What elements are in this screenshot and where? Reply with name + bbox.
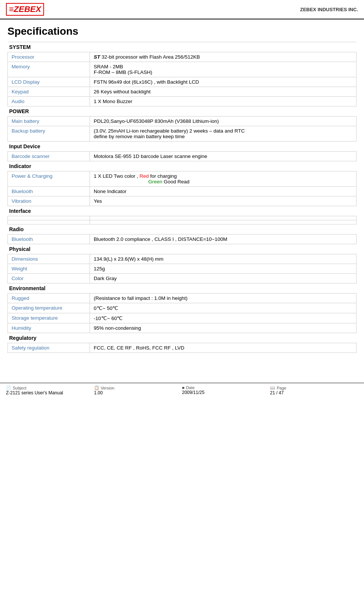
row-value: 1 X Mono Buzzer xyxy=(90,97,357,106)
section-header: Regulatory xyxy=(8,333,357,343)
table-row: Rugged(Resistance to fall impact : 1.0M … xyxy=(8,294,357,303)
row-label xyxy=(8,216,90,220)
section-header: Environmental xyxy=(8,283,357,294)
row-value: SRAM - 2MBF-ROM – 8MB (S-FLASH) xyxy=(90,62,357,77)
footer-page: 📖 Page 21 / 47 xyxy=(270,385,358,395)
row-value: 134.9(L) x 23.6(W) x 48(H) mm xyxy=(90,254,357,264)
row-value: Yes xyxy=(90,196,357,206)
row-label: Operating temperature xyxy=(8,303,90,313)
date-value: 2009/11/25 xyxy=(182,390,270,395)
version-value: 1.00 xyxy=(94,390,182,395)
row-label: Audio xyxy=(8,97,90,106)
row-label: Memory xyxy=(8,62,90,77)
table-row: MemorySRAM - 2MBF-ROM – 8MB (S-FLASH) xyxy=(8,62,357,77)
table-row: Storage temperature-10℃~ 60℃ xyxy=(8,313,357,323)
table-row: Backup battery(3.0V, 25mAH Li-ion rechar… xyxy=(8,126,357,142)
row-value: Motolora SE-955 1D barcode Laser scanne … xyxy=(90,152,357,161)
subject-icon: 📄 xyxy=(6,385,11,390)
header: ≡ZEBEX ZEBEX INDUSTRIES INC. xyxy=(0,0,364,19)
table-row: Weight125g xyxy=(8,264,357,274)
row-value: (Resistance to fall impact : 1.0M in hei… xyxy=(90,294,357,303)
row-label: Rugged xyxy=(8,294,90,303)
table-row: Main batteryPDL20,Sanyo-UF653048P 830mAh… xyxy=(8,117,357,126)
version-icon: 📋 xyxy=(94,385,99,390)
table-row: Barcode scannerMotolora SE-955 1D barcod… xyxy=(8,152,357,161)
row-value xyxy=(90,216,357,220)
specifications-table: SYSTEMProcessorST 32-bit processor with … xyxy=(7,42,357,353)
table-row: ProcessorST 32-bit processor with Flash … xyxy=(8,52,357,62)
table-row: Keypad26 Keys without backlight xyxy=(8,87,357,97)
row-label: Processor xyxy=(8,52,90,62)
footer-subject: 📄 Subject Z-2121 series User's Manual xyxy=(6,385,94,395)
table-row: BluetoothNone Indicator xyxy=(8,187,357,196)
section-header: Physical xyxy=(8,244,357,254)
row-value: ST 32-bit processor with Flash Area 256/… xyxy=(90,52,357,62)
page-value: 21 / 47 xyxy=(270,390,358,395)
row-value: 1 X LED Two color , Red for charging Gre… xyxy=(90,171,357,187)
specifications-content: SYSTEMProcessorST 32-bit processor with … xyxy=(0,42,364,360)
section-header: POWER xyxy=(8,106,357,117)
company-name: ZEBEX INDUSTRIES INC. xyxy=(300,7,358,12)
row-value: None Indicator xyxy=(90,187,357,196)
row-value: 95% non-condensing xyxy=(90,323,357,333)
footer-date: ■ Date 2009/11/25 xyxy=(182,385,270,395)
table-row: Audio1 X Mono Buzzer xyxy=(8,97,357,106)
row-label: Backup battery xyxy=(8,126,90,142)
row-value: 26 Keys without backlight xyxy=(90,87,357,97)
table-row: LCD DisplayFSTN 96x49 dot (6Lx16C) , wit… xyxy=(8,77,357,87)
section-header: Interface xyxy=(8,206,357,216)
row-value: 0℃~ 50℃ xyxy=(90,303,357,313)
row-value: PDL20,Sanyo-UF653048P 830mAh (V3688 Lith… xyxy=(90,117,357,126)
row-label: Bluetooth xyxy=(8,187,90,196)
row-label: Power & Charging xyxy=(8,171,90,187)
row-label: Weight xyxy=(8,264,90,274)
footer-version: 📋 Version 1.00 xyxy=(94,385,182,395)
section-header: Indicator xyxy=(8,161,357,171)
subject-value: Z-2121 series User's Manual xyxy=(6,390,94,395)
row-label: Humidity xyxy=(8,323,90,333)
row-label xyxy=(8,220,90,224)
row-value: FSTN 96x49 dot (6Lx16C) , with Backlight… xyxy=(90,77,357,87)
row-value: Bluetooth 2.0 compliance , CLASS I , DIS… xyxy=(90,235,357,244)
page-icon: 📖 xyxy=(270,385,275,390)
row-label: Main battery xyxy=(8,117,90,126)
row-label: Keypad xyxy=(8,87,90,97)
row-value: FCC, CE, CE RF , RoHS, FCC RF , LVD xyxy=(90,343,357,353)
table-row: ColorDark Gray xyxy=(8,274,357,283)
table-row: Safety regulationFCC, CE, CE RF , RoHS, … xyxy=(8,343,357,353)
row-label: Color xyxy=(8,274,90,283)
page-title: Specifications xyxy=(0,19,364,42)
date-icon: ■ xyxy=(182,385,185,390)
table-row: VibrationYes xyxy=(8,196,357,206)
table-row: Humidity95% non-condensing xyxy=(8,323,357,333)
table-row: Operating temperature0℃~ 50℃ xyxy=(8,303,357,313)
row-label: Dimensions xyxy=(8,254,90,264)
table-row: Power & Charging1 X LED Two color , Red … xyxy=(8,171,357,187)
row-value: 125g xyxy=(90,264,357,274)
table-row xyxy=(8,220,357,224)
row-label: Barcode scanner xyxy=(8,152,90,161)
table-row: Dimensions134.9(L) x 23.6(W) x 48(H) mm xyxy=(8,254,357,264)
row-value: (3.0V, 25mAH Li-ion rechargeable battery… xyxy=(90,126,357,142)
logo: ≡ZEBEX xyxy=(6,3,44,16)
row-label: Storage temperature xyxy=(8,313,90,323)
table-row xyxy=(8,216,357,220)
section-header: Radio xyxy=(8,224,357,235)
section-header: Input Device xyxy=(8,142,357,152)
row-value: -10℃~ 60℃ xyxy=(90,313,357,323)
row-label: LCD Display xyxy=(8,77,90,87)
row-label: Vibration xyxy=(8,196,90,206)
row-label: Bluetooth xyxy=(8,235,90,244)
row-value: Dark Gray xyxy=(90,274,357,283)
section-header: SYSTEM xyxy=(8,42,357,52)
footer: 📄 Subject Z-2121 series User's Manual 📋 … xyxy=(0,383,364,397)
row-label: Safety regulation xyxy=(8,343,90,353)
table-row: BluetoothBluetooth 2.0 compliance , CLAS… xyxy=(8,235,357,244)
row-value xyxy=(90,220,357,224)
